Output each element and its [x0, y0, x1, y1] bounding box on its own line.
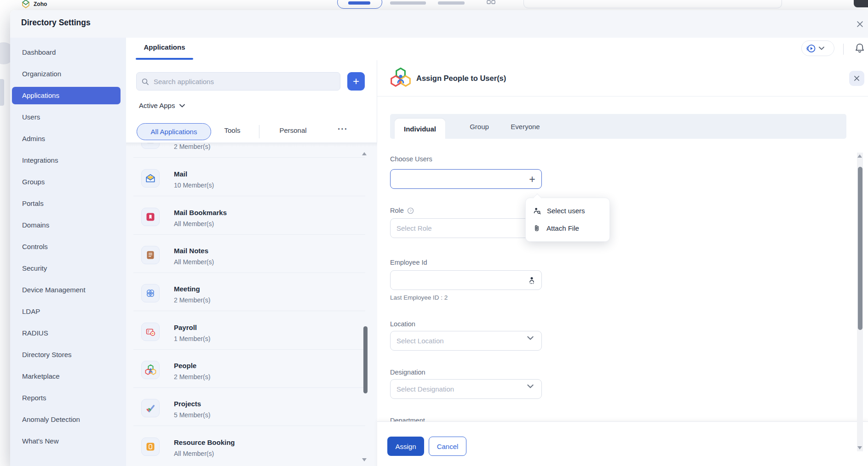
sidebar-item-portals[interactable]: Portals — [10, 193, 126, 214]
sidebar-item-users[interactable]: Users — [10, 106, 126, 128]
sidebar-item-organization[interactable]: Organization — [10, 63, 126, 85]
menu-item-label: Attach File — [546, 224, 579, 232]
help-icon[interactable]: ? — [407, 207, 414, 214]
filter-all-applications[interactable]: All Applications — [137, 123, 211, 140]
sidebar-item-label: Admins — [22, 135, 45, 142]
sidebar-item-label: Organization — [22, 70, 61, 78]
tab-individual[interactable]: Individual — [395, 119, 445, 139]
filter-tools[interactable]: Tools — [218, 126, 247, 134]
sidebar-item-directory-stores[interactable]: Directory Stores — [10, 344, 126, 365]
sidebar-item-label: Directory Stores — [22, 351, 72, 358]
sidebar-item-radius[interactable]: RADIUS — [10, 322, 126, 344]
employee-id-generator-icon[interactable] — [525, 274, 538, 287]
backdrop-rail — [0, 79, 4, 106]
assign-button[interactable]: Assign — [387, 437, 424, 456]
add-users-button[interactable]: + — [525, 172, 539, 186]
menu-item-select-users[interactable]: Select users — [526, 202, 609, 219]
sidebar-item-whats-new[interactable]: What's New — [10, 430, 126, 452]
location-label: Location — [390, 320, 415, 328]
sidebar-item-ldap[interactable]: LDAP — [10, 301, 126, 322]
scrollbar-down-arrow[interactable] — [857, 446, 862, 449]
app-name: Mail — [174, 170, 187, 178]
screen: Zoho Directory Settings Dashboard Organi… — [0, 0, 868, 466]
mail-bookmarks-app-icon — [141, 208, 160, 226]
chevron-down-icon — [819, 46, 824, 50]
sidebar-item-label: Security — [22, 264, 47, 272]
list-item-mail[interactable]: Mail 10 Member(s) — [126, 158, 377, 196]
sidebar-item-security[interactable]: Security — [10, 257, 126, 279]
list-item-people[interactable]: People 2 Member(s) — [126, 349, 377, 388]
scrollbar-thumb[interactable] — [858, 167, 862, 330]
scrollbar-thumb[interactable] — [363, 326, 368, 393]
sidebar-item-label: Groups — [22, 178, 45, 186]
sidebar-item-marketplace[interactable]: Marketplace — [10, 365, 126, 387]
tab-applications[interactable]: Applications — [136, 43, 193, 51]
tab-everyone[interactable]: Everyone — [504, 120, 546, 133]
sidebar-item-label: Reports — [22, 394, 46, 402]
add-application-button[interactable]: + — [347, 72, 365, 91]
app-name: Projects — [174, 400, 201, 408]
bell-icon — [854, 42, 866, 55]
location-select[interactable] — [390, 331, 542, 351]
sidebar-item-domains[interactable]: Domains — [10, 214, 126, 236]
search-input[interactable] — [153, 77, 335, 86]
sidebar-item-label: Controls — [22, 243, 48, 250]
notifications-bell-button[interactable] — [854, 42, 867, 56]
list-item-mail-bookmarks[interactable]: Mail Bookmarks All Member(s) — [126, 196, 377, 235]
filter-label: All Applications — [151, 128, 197, 136]
employee-id-label: Employee Id — [390, 259, 427, 266]
active-apps-label: Active Apps — [139, 102, 175, 109]
people-app-icon — [389, 67, 412, 91]
svg-text:?: ? — [409, 209, 412, 213]
zoho-logo-text: Zoho — [34, 1, 47, 7]
sidebar-item-controls[interactable]: Controls — [10, 236, 126, 257]
app-name: Mail Bookmarks — [174, 209, 227, 216]
list-item-projects[interactable]: Projects 5 Member(s) — [126, 387, 377, 426]
sidebar-item-reports[interactable]: Reports — [10, 387, 126, 409]
scrollbar-up-arrow[interactable] — [857, 154, 862, 158]
modal-close-button[interactable] — [852, 16, 868, 32]
sidebar-item-label: Marketplace — [22, 372, 60, 380]
designation-select[interactable] — [390, 379, 542, 399]
tab-group[interactable]: Group — [463, 120, 496, 133]
employee-id-input[interactable] — [390, 270, 542, 290]
page-title: Directory Settings — [21, 18, 91, 28]
list-item-mail-notes[interactable]: Mail Notes All Member(s) — [126, 234, 377, 273]
app-switcher-button[interactable] — [801, 40, 834, 56]
scrollbar-up-arrow[interactable] — [362, 152, 367, 155]
scrollbar-track[interactable] — [857, 153, 863, 451]
sidebar-item-admins[interactable]: Admins — [10, 128, 126, 149]
sidebar-item-dashboard[interactable]: Dashboard — [10, 41, 126, 63]
select-users-icon — [533, 206, 541, 215]
list-item-resource-booking[interactable]: Resource Booking All Member(s) — [126, 426, 377, 465]
assign-panel-title: Assign People to User(s) — [416, 74, 506, 83]
active-apps-dropdown[interactable]: Active Apps — [139, 102, 185, 109]
scrollbar-down-arrow[interactable] — [362, 458, 367, 461]
tab-underline — [136, 58, 193, 60]
assign-panel-close-button[interactable] — [849, 71, 864, 86]
sidebar-item-integrations[interactable]: Integrations — [10, 149, 126, 171]
zoho-logo-icon — [20, 0, 31, 10]
app-members: All Member(s) — [174, 450, 214, 457]
list-item-meeting[interactable]: Meeting 2 Member(s) — [126, 273, 377, 311]
chevron-down-icon — [527, 384, 534, 388]
sidebar-item-anomaly-detection[interactable]: Anomaly Detection — [10, 409, 126, 430]
app-members: 1 Member(s) — [174, 335, 210, 342]
sidebar-item-label: Users — [22, 113, 40, 121]
sidebar-item-applications[interactable]: Applications — [12, 87, 121, 104]
menu-item-attach-file[interactable]: Attach File — [526, 219, 609, 237]
app-members: 2 Member(s) — [174, 296, 210, 304]
divider — [843, 44, 844, 55]
role-select[interactable] — [390, 218, 542, 238]
app-members: 10 Member(s) — [174, 182, 214, 189]
filter-personal[interactable]: Personal — [269, 126, 317, 134]
app-members: 2 Member(s) — [174, 373, 210, 381]
choose-users-label: Choose Users — [390, 155, 432, 163]
mail-notes-app-icon — [141, 246, 160, 264]
cancel-button[interactable]: Cancel — [429, 437, 466, 456]
sidebar-item-device-management[interactable]: Device Management — [10, 279, 126, 301]
sidebar-item-groups[interactable]: Groups — [10, 171, 126, 193]
list-item-payroll[interactable]: Payroll 1 Member(s) — [126, 311, 377, 350]
choose-users-input[interactable] — [390, 169, 542, 189]
filter-more-button[interactable]: ... — [333, 122, 352, 132]
